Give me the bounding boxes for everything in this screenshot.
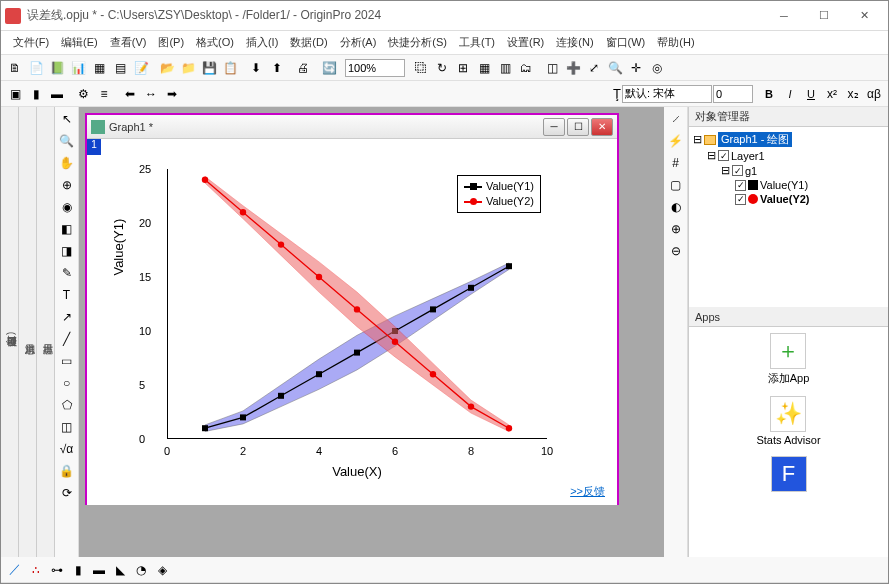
- plot-setup-button[interactable]: ⚙: [73, 84, 93, 104]
- page-number[interactable]: 1: [87, 139, 101, 155]
- close-button[interactable]: ✕: [844, 2, 884, 30]
- column-plot-button[interactable]: ▮: [68, 560, 88, 580]
- chart-area[interactable]: Value(Y1) Value(X) Value(Y1) Value(Y2) 0…: [167, 169, 547, 439]
- superscript-button[interactable]: x²: [822, 84, 842, 104]
- pie-plot-button[interactable]: ◔: [131, 560, 151, 580]
- scale-in-button[interactable]: ⊕: [666, 219, 686, 239]
- new-workbook-button[interactable]: 📄: [26, 58, 46, 78]
- layer-checkbox[interactable]: ✓: [718, 150, 729, 161]
- line-symbol-button[interactable]: ⊶: [47, 560, 67, 580]
- mask-show-button[interactable]: ◐: [666, 197, 686, 217]
- area-plot-button[interactable]: ◣: [110, 560, 130, 580]
- layer-button[interactable]: ◫: [542, 58, 562, 78]
- refresh-button[interactable]: ↻: [432, 58, 452, 78]
- menu-gadgets[interactable]: 快捷分析(S): [384, 33, 451, 52]
- row-button[interactable]: ▬: [47, 84, 67, 104]
- export-button[interactable]: ⬆: [267, 58, 287, 78]
- graph-minimize-button[interactable]: ─: [543, 118, 565, 136]
- zoom-tool[interactable]: 🔍: [57, 131, 77, 151]
- 3d-plot-button[interactable]: ◈: [152, 560, 172, 580]
- draw-data-tool[interactable]: ✎: [57, 263, 77, 283]
- import-button[interactable]: ⬇: [246, 58, 266, 78]
- new-layout-button[interactable]: ▤: [110, 58, 130, 78]
- arrow-tool[interactable]: ↗: [57, 307, 77, 327]
- panning-tool[interactable]: ✋: [57, 153, 77, 173]
- open-template-button[interactable]: 📁: [178, 58, 198, 78]
- region-tool[interactable]: ◫: [57, 417, 77, 437]
- line-tool[interactable]: ╱: [57, 329, 77, 349]
- menu-file[interactable]: 文件(F): [9, 33, 53, 52]
- minimize-button[interactable]: ─: [764, 2, 804, 30]
- data-reader-tool[interactable]: ⊕: [57, 175, 77, 195]
- menu-data[interactable]: 数据(D): [286, 33, 331, 52]
- align-right-button[interactable]: ➡: [162, 84, 182, 104]
- window-button[interactable]: ⊞: [453, 58, 473, 78]
- grid-button[interactable]: #: [666, 153, 686, 173]
- mask-tool[interactable]: ◨: [57, 241, 77, 261]
- save-button[interactable]: 💾: [199, 58, 219, 78]
- graph-close-button[interactable]: ✕: [591, 118, 613, 136]
- legend[interactable]: Value(Y1) Value(Y2): [457, 175, 541, 213]
- layer-mgmt-button[interactable]: ≡: [94, 84, 114, 104]
- menu-insert[interactable]: 插入(I): [242, 33, 282, 52]
- apps-header[interactable]: Apps: [689, 307, 888, 327]
- object-manager-header[interactable]: 对象管理器: [689, 107, 888, 127]
- align-left-button[interactable]: ⬅: [120, 84, 140, 104]
- group-checkbox[interactable]: ✓: [732, 165, 743, 176]
- bar-plot-button[interactable]: ▬: [89, 560, 109, 580]
- menu-tools[interactable]: 工具(T): [455, 33, 499, 52]
- menu-plot[interactable]: 图(P): [154, 33, 188, 52]
- menu-analysis[interactable]: 分析(A): [336, 33, 381, 52]
- rescale-button[interactable]: ⤢: [584, 58, 604, 78]
- tile-button[interactable]: ▦: [474, 58, 494, 78]
- tree-root[interactable]: Graph1 - 绘图: [718, 132, 792, 147]
- pointer-tool[interactable]: ↖: [57, 109, 77, 129]
- scale-out-button[interactable]: ⊖: [666, 241, 686, 261]
- circle-tool[interactable]: ○: [57, 373, 77, 393]
- zoom-combo[interactable]: [345, 59, 405, 77]
- line-plot-button[interactable]: ／: [5, 560, 25, 580]
- menu-preferences[interactable]: 设置(R): [503, 33, 548, 52]
- text-tool[interactable]: T: [57, 285, 77, 305]
- menu-edit[interactable]: 编辑(E): [57, 33, 102, 52]
- polygon-tool[interactable]: ⬠: [57, 395, 77, 415]
- project-explorer-button[interactable]: 🗂: [516, 58, 536, 78]
- speed-mode-button[interactable]: ⚡: [666, 131, 686, 151]
- tree-s1[interactable]: Value(Y1): [760, 179, 808, 191]
- graph-maximize-button[interactable]: ☐: [567, 118, 589, 136]
- tree-s2[interactable]: Value(Y2): [760, 193, 810, 205]
- x-axis-label[interactable]: Value(X): [332, 464, 382, 479]
- menu-window[interactable]: 窗口(W): [602, 33, 650, 52]
- open-button[interactable]: 📂: [157, 58, 177, 78]
- column-button[interactable]: ▮: [26, 84, 46, 104]
- axis-button[interactable]: ✛: [626, 58, 646, 78]
- new-graph-button[interactable]: 📊: [68, 58, 88, 78]
- tree-group[interactable]: g1: [745, 165, 757, 177]
- data-reader-button[interactable]: ◎: [647, 58, 667, 78]
- bold-button[interactable]: B: [759, 84, 779, 104]
- feedback-link[interactable]: >>反馈: [570, 484, 605, 499]
- menu-format[interactable]: 格式(O): [192, 33, 238, 52]
- add-plot-button[interactable]: ➕: [563, 58, 583, 78]
- lock-tool[interactable]: 🔒: [57, 461, 77, 481]
- stats-advisor-item[interactable]: ✨ Stats Advisor: [756, 396, 820, 446]
- menu-help[interactable]: 帮助(H): [653, 33, 698, 52]
- s1-checkbox[interactable]: ✓: [735, 180, 746, 191]
- layer-frame-button[interactable]: ▢: [666, 175, 686, 195]
- y-axis-label[interactable]: Value(Y1): [111, 219, 126, 276]
- italic-button[interactable]: I: [780, 84, 800, 104]
- screen-reader-tool[interactable]: ◉: [57, 197, 77, 217]
- graph-window[interactable]: Graph1 * ─ ☐ ✕ 1 Value(Y1) Value(X) Valu…: [85, 113, 619, 505]
- add-app-item[interactable]: ＋ 添加App: [768, 333, 810, 386]
- rect-tool[interactable]: ▭: [57, 351, 77, 371]
- menu-connect[interactable]: 连接(N): [552, 33, 597, 52]
- new-matrix-button[interactable]: ▦: [89, 58, 109, 78]
- rotate-tool[interactable]: ⟳: [57, 483, 77, 503]
- maximize-button[interactable]: ☐: [804, 2, 844, 30]
- object-tree[interactable]: ⊟Graph1 - 绘图 ⊟✓Layer1 ⊟✓g1 ✓Value(Y1) ✓V…: [689, 127, 888, 307]
- cascade-button[interactable]: ▥: [495, 58, 515, 78]
- duplicate-button[interactable]: ⿻: [411, 58, 431, 78]
- tree-layer[interactable]: Layer1: [731, 150, 765, 162]
- hints-tab[interactable]: 提示日志: [37, 107, 55, 557]
- project-explorer-tab[interactable]: 项目管理器 (1): [1, 107, 19, 557]
